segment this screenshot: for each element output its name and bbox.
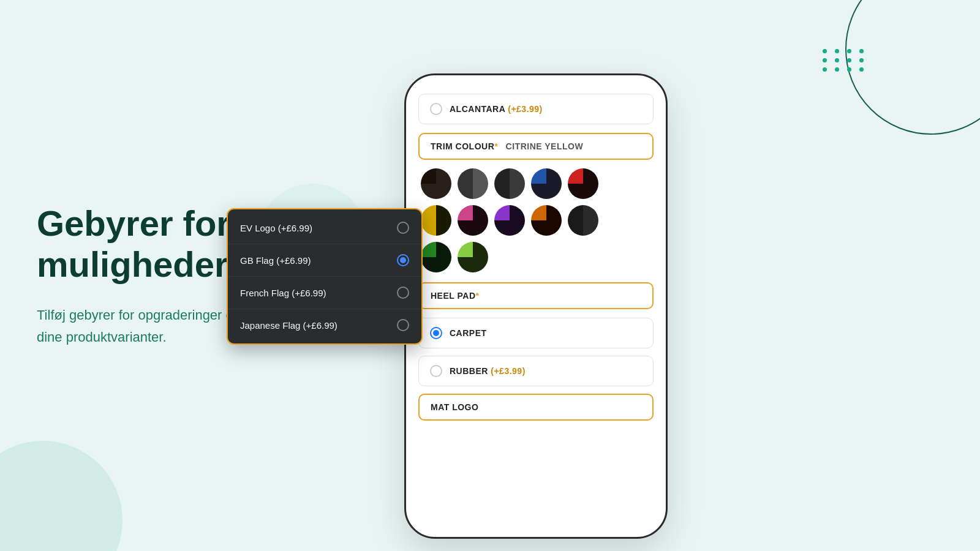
swatch-dark-gray[interactable]: [494, 168, 525, 199]
phone-frame: ALCANTARA (+£3.99) TRIM COLOUR* CITRINE …: [404, 73, 668, 539]
color-swatches: [418, 168, 654, 272]
ev-logo-label: EV Logo (+£6.99): [240, 223, 312, 233]
swatch-lime-accent[interactable]: [458, 242, 488, 272]
phone-container: ALCANTARA (+£3.99) TRIM COLOUR* CITRINE …: [404, 73, 668, 539]
swatch-blue-accent[interactable]: [531, 168, 562, 199]
swatch-gray[interactable]: [458, 168, 488, 199]
dots-decoration: [823, 49, 867, 72]
japanese-flag-radio[interactable]: [397, 319, 409, 331]
japanese-flag-label: Japanese Flag (+£6.99): [240, 320, 337, 331]
rubber-label: RUBBER (+£3.99): [450, 366, 526, 376]
alcantara-label: ALCANTARA (+£3.99): [450, 104, 543, 114]
french-flag-label: French Flag (+£6.99): [240, 288, 326, 298]
mat-logo-text: MAT LOGO: [431, 402, 641, 412]
carpet-radio[interactable]: [430, 327, 442, 339]
rubber-radio[interactable]: [430, 365, 442, 377]
dropdown-item-gb-flag[interactable]: GB Flag (+£6.99): [228, 244, 421, 277]
swatch-yellow-black[interactable]: [421, 205, 451, 236]
rubber-option[interactable]: RUBBER (+£3.99): [418, 356, 654, 386]
dropdown-popup: EV Logo (+£6.99) GB Flag (+£6.99) French…: [227, 208, 423, 345]
bg-circle-bottom-left: [0, 441, 123, 551]
swatch-dark2[interactable]: [568, 205, 598, 236]
carpet-label: CARPET: [450, 328, 487, 338]
phone-content: ALCANTARA (+£3.99) TRIM COLOUR* CITRINE …: [406, 75, 666, 537]
dropdown-item-japanese-flag[interactable]: Japanese Flag (+£6.99): [228, 309, 421, 341]
swatch-orange-accent[interactable]: [531, 205, 562, 236]
swatch-red-accent[interactable]: [568, 168, 598, 199]
trim-colour-text: TRIM COLOUR* CITRINE YELLOW: [431, 141, 641, 151]
french-flag-radio[interactable]: [397, 287, 409, 299]
mat-logo-header[interactable]: MAT LOGO: [418, 394, 654, 421]
gb-flag-label: GB Flag (+£6.99): [240, 255, 311, 266]
dropdown-item-french-flag[interactable]: French Flag (+£6.99): [228, 277, 421, 309]
dropdown-item-ev-logo[interactable]: EV Logo (+£6.99): [228, 212, 421, 244]
heel-pad-text: HEEL PAD*: [431, 291, 641, 301]
alcantara-radio[interactable]: [430, 103, 442, 115]
swatch-purple-accent[interactable]: [494, 205, 525, 236]
ev-logo-radio[interactable]: [397, 222, 409, 234]
swatch-green-accent[interactable]: [421, 242, 451, 272]
heel-pad-header[interactable]: HEEL PAD*: [418, 282, 654, 309]
swatch-dark-brown[interactable]: [421, 168, 451, 199]
swatch-pink-accent[interactable]: [458, 205, 488, 236]
alcantara-option[interactable]: ALCANTARA (+£3.99): [418, 94, 654, 124]
carpet-option[interactable]: CARPET: [418, 318, 654, 348]
gb-flag-radio[interactable]: [397, 254, 409, 266]
trim-colour-header[interactable]: TRIM COLOUR* CITRINE YELLOW: [418, 133, 654, 160]
